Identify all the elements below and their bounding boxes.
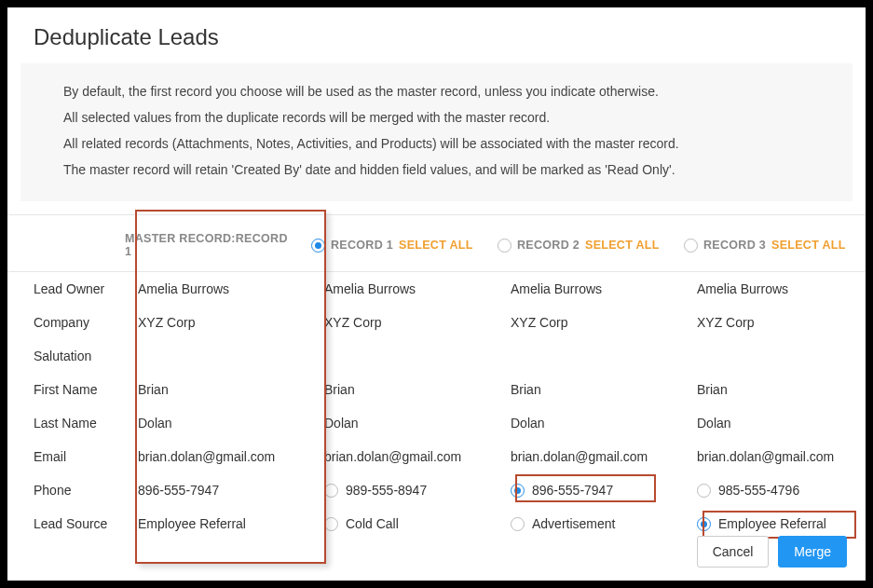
record-value[interactable]: 989-555-8947 (317, 473, 503, 507)
record-value-text: Employee Referral (718, 516, 826, 531)
record1-header[interactable]: RECORD 1 SELECT ALL (304, 239, 490, 253)
record-value: Amelia Burrows (689, 272, 866, 306)
record1-label: RECORD 1 (331, 239, 393, 252)
record-value (689, 347, 866, 365)
record-value: Brian (689, 373, 866, 406)
page-title: Deduplicate Leads (7, 7, 866, 63)
record-value-text: Brian (324, 382, 355, 397)
record-value: Dolan (503, 406, 689, 440)
record-value[interactable]: Cold Call (317, 507, 503, 540)
record-value-text: Cold Call (346, 516, 399, 531)
record-value-text: XYZ Corp (511, 315, 567, 330)
radio-icon[interactable] (498, 239, 512, 253)
record-value: Amelia Burrows (317, 272, 503, 306)
master-value: Brian (130, 373, 317, 406)
info-box: By default, the first record you choose … (20, 63, 853, 201)
record-value-text: 985-555-4796 (718, 483, 799, 498)
radio-icon[interactable] (324, 484, 338, 498)
record-value-text: Dolan (697, 416, 731, 431)
info-line: The master record will retain 'Created B… (63, 157, 810, 183)
record-value-text: Dolan (511, 416, 545, 431)
table-row: CompanyXYZ CorpXYZ CorpXYZ CorpXYZ Corp (7, 306, 866, 339)
record-value: Brian (503, 373, 689, 406)
record-value: brian.dolan@gmail.com (503, 440, 689, 473)
record-value: Dolan (317, 406, 503, 440)
dedupe-window: Deduplicate Leads By default, the first … (7, 7, 866, 581)
record-value: Amelia Burrows (503, 272, 689, 306)
radio-icon[interactable] (311, 239, 325, 253)
radio-icon[interactable] (511, 484, 525, 498)
select-all-link[interactable]: SELECT ALL (771, 239, 846, 252)
table-row: Lead OwnerAmelia BurrowsAmelia BurrowsAm… (7, 272, 866, 306)
table-row: Last NameDolanDolanDolanDolan (7, 406, 866, 440)
field-label: Company (20, 306, 130, 339)
record-value: brian.dolan@gmail.com (317, 440, 503, 473)
field-label: Email (20, 440, 130, 473)
select-all-link[interactable]: SELECT ALL (585, 239, 660, 252)
radio-icon[interactable] (684, 239, 698, 253)
field-label: Last Name (20, 406, 130, 440)
table-row: Phone896-555-7947989-555-8947896-555-794… (7, 473, 866, 507)
radio-icon[interactable] (324, 517, 338, 531)
record-value-text: Advertisement (532, 516, 615, 531)
master-value: Amelia Burrows (130, 272, 317, 306)
info-line: All selected values from the duplicate r… (63, 104, 810, 130)
record3-label: RECORD 3 (703, 239, 766, 252)
record-value-text: brian.dolan@gmail.com (324, 449, 461, 464)
record-value-text: brian.dolan@gmail.com (511, 449, 648, 464)
record-value[interactable]: 985-555-4796 (689, 473, 866, 507)
radio-icon[interactable] (511, 517, 525, 531)
record-value: XYZ Corp (503, 306, 689, 339)
record-value-text: 896-555-7947 (532, 483, 613, 498)
record-value-text: Brian (511, 382, 541, 397)
record-value-text: XYZ Corp (324, 315, 381, 330)
record-value-text: Brian (697, 382, 728, 397)
field-label: Phone (20, 473, 130, 507)
record-value: brian.dolan@gmail.com (689, 440, 866, 473)
record-value-text: Amelia Burrows (511, 281, 602, 296)
record-value: XYZ Corp (317, 306, 503, 339)
record2-label: RECORD 2 (517, 239, 580, 252)
record-value (317, 347, 503, 365)
record-value-text: XYZ Corp (697, 315, 754, 330)
record-value: Brian (317, 373, 503, 406)
info-line: By default, the first record you choose … (63, 78, 810, 104)
merge-button[interactable]: Merge (778, 536, 847, 567)
record-value: Dolan (689, 406, 866, 440)
record-value-text: Dolan (324, 416, 359, 431)
record-value-text: 989-555-8947 (346, 483, 427, 498)
table-row: First NameBrianBrianBrianBrian (7, 373, 866, 406)
cancel-button[interactable]: Cancel (697, 536, 770, 567)
field-label: First Name (20, 373, 130, 406)
record3-header[interactable]: RECORD 3 SELECT ALL (676, 239, 863, 253)
table-header: MASTER RECORD:RECORD 1 RECORD 1 SELECT A… (7, 215, 866, 272)
record-value-text: brian.dolan@gmail.com (697, 449, 834, 464)
info-line: All related records (Attachments, Notes,… (63, 130, 810, 157)
record2-header[interactable]: RECORD 2 SELECT ALL (490, 239, 676, 253)
master-value: XYZ Corp (130, 306, 317, 339)
field-label: Lead Source (20, 507, 130, 540)
record-value[interactable]: Advertisement (503, 507, 689, 540)
select-all-link[interactable]: SELECT ALL (399, 239, 473, 252)
master-header: MASTER RECORD:RECORD 1 (117, 232, 304, 258)
record-value-text: Amelia Burrows (697, 281, 788, 296)
radio-icon[interactable] (697, 484, 711, 498)
record-value[interactable]: 896-555-7947 (503, 473, 689, 507)
master-value: Employee Referral (130, 507, 317, 540)
master-value (130, 347, 317, 365)
table-body: Lead OwnerAmelia BurrowsAmelia BurrowsAm… (7, 272, 866, 540)
radio-icon[interactable] (697, 517, 711, 531)
footer-actions: Cancel Merge (697, 536, 847, 567)
field-label: Salutation (20, 339, 130, 373)
master-value: Dolan (130, 406, 317, 440)
record-value: XYZ Corp (689, 306, 866, 339)
table-row: Emailbrian.dolan@gmail.combrian.dolan@gm… (7, 440, 866, 473)
table-row: Salutation (7, 339, 866, 373)
master-value: brian.dolan@gmail.com (130, 440, 317, 473)
record-value (503, 347, 689, 365)
master-value: 896-555-7947 (130, 473, 317, 507)
field-label: Lead Owner (20, 272, 130, 306)
record-value-text: Amelia Burrows (324, 281, 416, 296)
